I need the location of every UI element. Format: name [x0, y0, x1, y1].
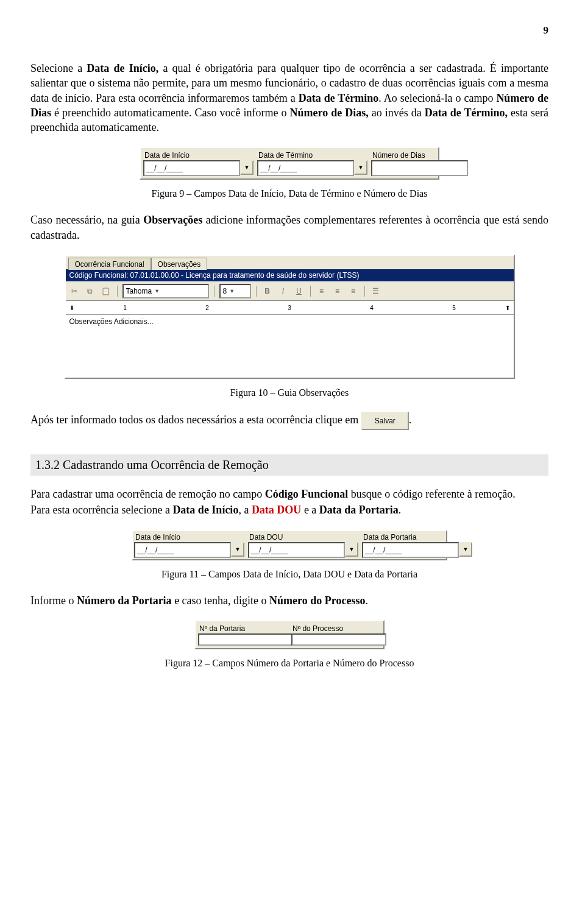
indent-marker-icon[interactable]: ⬆	[505, 305, 510, 311]
data-dou-label: Data DOU	[248, 532, 358, 542]
separator	[256, 286, 257, 297]
data-inicio-input[interactable]	[143, 160, 240, 176]
numero-processo-field: Nº do Processo	[291, 624, 381, 646]
dropdown-button[interactable]: ▼	[459, 542, 472, 557]
tab-ocorrencia-funcional[interactable]: Ocorrência Funcional	[68, 258, 151, 270]
data-dou-field: Data DOU ▼	[248, 532, 358, 558]
bullet-list-button[interactable]: ☰	[370, 285, 382, 297]
figure-11-date-fields: Data de Início ▼ Data DOU ▼ Data da Port…	[132, 530, 447, 560]
dropdown-button[interactable]: ▼	[345, 542, 358, 557]
tabs-row: Ocorrência Funcional Observações	[66, 256, 514, 269]
numero-dias-label: Número de Dias	[371, 150, 468, 160]
data-termino-label: Data de Término	[257, 150, 367, 160]
data-termino-input[interactable]	[257, 160, 354, 176]
data-inicio-dropdown-button[interactable]: ▼	[240, 160, 254, 175]
paragraph-save-text: Após ter informado todos os dados necess…	[30, 414, 361, 426]
indent-marker-icon[interactable]: ⬇	[69, 305, 74, 311]
chevron-down-icon: ▼	[154, 288, 160, 294]
figure-10-observacoes: Ocorrência Funcional Observações Código …	[65, 255, 515, 379]
chevron-down-icon: ▼	[229, 288, 235, 294]
numero-dias-input[interactable]	[371, 160, 468, 176]
separator	[214, 286, 214, 297]
figure-12-caption: Figura 12 – Campos Número da Portaria e …	[30, 658, 548, 669]
ruler: ⬇ 1 2 3 4 5 ⬆	[66, 301, 514, 315]
align-right-button[interactable]: ≡	[347, 285, 360, 297]
underline-button[interactable]: U	[293, 285, 305, 297]
numero-processo-input[interactable]	[291, 633, 386, 646]
paragraph-4: Para esta ocorrência selecione a Data de…	[30, 503, 548, 517]
tab-observacoes[interactable]: Observações	[151, 258, 208, 270]
dropdown-button[interactable]: ▼	[231, 542, 244, 557]
separator	[310, 286, 311, 297]
paragraph-save: Após ter informado todos os dados necess…	[30, 412, 548, 430]
data-termino-dropdown-button[interactable]: ▼	[354, 160, 367, 175]
figure-9-caption: Figura 9 – Campos Data de Início, Data d…	[30, 188, 548, 199]
numero-portaria-label: Nº da Portaria	[198, 624, 288, 633]
data-inicio-label: Data de Início	[143, 150, 254, 160]
observacoes-textarea[interactable]: Observações Adicionais...	[66, 315, 514, 378]
figure-9-date-fields: Data de Início ▼ Data de Término ▼ Númer…	[140, 147, 439, 180]
paragraph-5: Informe o Número da Portaria e caso tenh…	[30, 593, 548, 608]
salvar-button[interactable]: Salvar	[361, 412, 409, 430]
align-center-button[interactable]: ≡	[332, 285, 344, 297]
data-dou-input[interactable]	[248, 542, 345, 558]
data-portaria-label: Data da Portaria	[362, 532, 472, 542]
codigo-funcional-line: Código Funcional: 07.01.01.00.00 - Licen…	[66, 269, 514, 281]
separator	[364, 286, 365, 297]
paragraph-2: Caso necessário, na guia Observações adi…	[30, 213, 548, 242]
paragraph-1: Selecione a Data de Início, a qual é obr…	[30, 61, 548, 135]
paste-icon[interactable]: 📋	[100, 285, 112, 297]
data-inicio-input-2[interactable]	[134, 542, 231, 558]
data-inicio-field: Data de Início ▼	[143, 150, 254, 176]
font-select-value: Tahoma	[126, 287, 152, 295]
cut-icon[interactable]: ✂	[68, 285, 80, 297]
page-number: 9	[30, 24, 548, 37]
paragraph-3: Para cadastrar uma ocorrência de remoção…	[30, 487, 548, 501]
editor-toolbar: ✂ ⧉ 📋 Tahoma ▼ 8 ▼ B I U ≡ ≡ ≡ ☰	[66, 281, 514, 301]
size-select-value: 8	[223, 287, 227, 295]
data-portaria-input[interactable]	[362, 542, 459, 558]
data-inicio-label-2: Data de Início	[134, 532, 244, 542]
data-termino-field: Data de Término ▼	[257, 150, 367, 176]
figure-11-caption: Figura 11 – Campos Data de Início, Data …	[30, 569, 548, 580]
ruler-marks: 1 2 3 4 5	[66, 305, 514, 311]
align-left-button[interactable]: ≡	[316, 285, 328, 297]
data-inicio-field-2: Data de Início ▼	[134, 532, 244, 558]
font-select[interactable]: Tahoma ▼	[122, 284, 209, 298]
numero-dias-field: Número de Dias	[371, 150, 468, 176]
section-1-3-2-heading: 1.3.2 Cadastrando uma Ocorrência de Remo…	[30, 454, 548, 476]
data-portaria-field: Data da Portaria ▼	[362, 532, 472, 558]
numero-portaria-input[interactable]	[198, 633, 293, 646]
numero-processo-label: Nº do Processo	[291, 624, 381, 633]
bold-button[interactable]: B	[261, 285, 274, 297]
copy-icon[interactable]: ⧉	[84, 285, 96, 297]
figure-10-caption: Figura 10 – Guia Observações	[30, 387, 548, 398]
numero-portaria-field: Nº da Portaria	[198, 624, 288, 646]
figure-12-portaria-fields: Nº da Portaria Nº do Processo	[194, 620, 385, 649]
italic-button[interactable]: I	[277, 285, 289, 297]
separator	[117, 286, 118, 297]
size-select[interactable]: 8 ▼	[219, 284, 251, 298]
